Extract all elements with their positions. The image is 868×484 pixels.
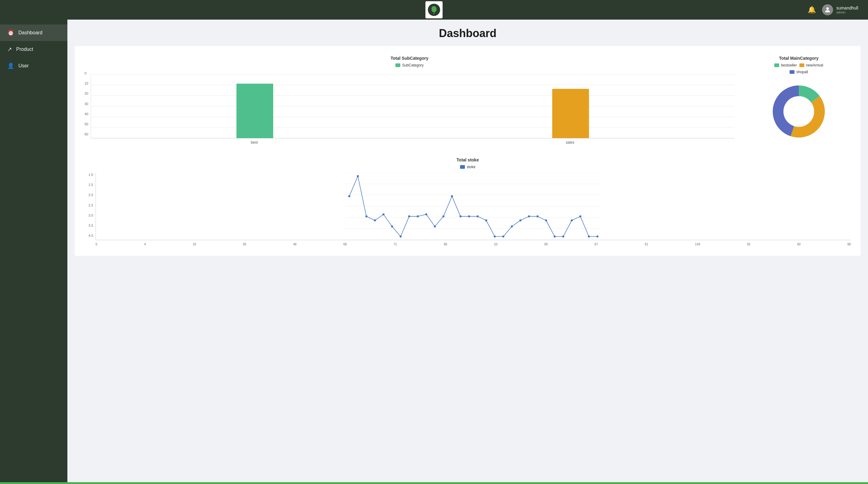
line-dot [348,195,350,197]
donut-center [783,96,814,127]
line-dot [528,215,530,217]
donut-label-newarrival: newArrival [806,63,823,67]
line-dot [554,236,556,238]
clock-icon: ⏰ [7,29,14,36]
line-dot [596,236,598,238]
bar-chart-legend: SubCategory [85,63,735,67]
user-info: sumandhull admin [822,4,858,15]
y-tick-10: 10 [85,82,88,85]
x-labels: best sales [91,139,735,145]
charts-row: Total SubCategory SubCategory 60 50 40 3… [85,56,851,145]
logo [426,1,442,19]
line-svg-wrapper: 0 4 10 05 48 68 71 86 10 09 67 51 [96,173,851,246]
line-chart-section: Total stoke stoke 4.0 3.5 3.0 2.5 2.0 1.… [85,157,851,246]
y-tick-60: 60 [85,133,88,136]
line-y-tick-40: 4.0 [85,234,93,237]
line-y-tick-20: 2.0 [85,193,93,196]
donut-label-shopall: shopall [796,70,808,74]
sidebar: ⏰ Dashboard ↗ Product 👤 User [0,20,67,484]
line-dot [476,215,479,217]
line-legend-label: stoke [467,165,476,169]
sidebar-item-user[interactable]: 👤 User [0,58,67,74]
y-tick-40: 40 [85,113,88,116]
line-dot [562,236,564,238]
line-dot [400,236,402,238]
sidebar-item-dashboard[interactable]: ⏰ Dashboard [0,25,67,41]
header-right: 🔔 sumandhull admin [808,4,858,15]
bar-chart-area: 60 50 40 30 20 10 0 [85,71,735,145]
donut-color-newarrival [799,63,804,67]
line-dot [571,219,573,221]
line-dot [579,215,581,217]
x-label-sales: sales [566,140,574,145]
line-legend-item: stoke [460,165,476,169]
sidebar-label-dashboard: Dashboard [19,30,42,35]
y-tick-20: 20 [85,92,88,95]
donut-chart-title: Total MainCategory [747,56,851,61]
header: 🔔 sumandhull admin [0,0,868,20]
line-dot [382,213,385,215]
logo-icon [428,4,440,16]
sidebar-label-product: Product [16,47,33,52]
y-axis: 60 50 40 30 20 10 0 [85,72,91,136]
line-dot [357,175,359,177]
donut-svg-wrapper [747,78,851,145]
sidebar-item-product[interactable]: ↗ Product [0,41,67,58]
bottom-bar [0,482,868,484]
donut-chart-svg [765,78,833,145]
line-y-tick-15: 1.5 [85,183,93,186]
line-dot [442,215,444,217]
line-legend-color [460,165,465,169]
line-dot [408,215,410,217]
line-y-tick-10: 1.0 [85,173,93,177]
layout: ⏰ Dashboard ↗ Product 👤 User Dashboard T… [0,20,868,484]
line-chart-area: 4.0 3.5 3.0 2.5 2.0 1.5 1.0 [85,173,851,246]
line-dot [426,213,428,215]
bar-legend-color [395,63,400,67]
bar-chart-title: Total SubCategory [85,56,735,61]
bars-area: best sales [91,74,735,145]
bar-best [237,84,273,138]
line-dot [511,225,513,228]
line-dot [459,215,462,217]
bar-legend-label: SubCategory [402,63,424,67]
line-dot [520,219,522,221]
page-title: Dashboard [67,20,868,46]
bar-legend-item: SubCategory [395,63,424,67]
user-role: admin [836,10,858,14]
line-dot [451,195,453,197]
line-chart-legend: stoke [85,165,851,169]
donut-legend-bestseller: bestseller [774,63,797,67]
donut-color-shopall [789,70,795,74]
avatar [822,4,833,15]
line-chart-title: Total stoke [85,157,851,162]
y-tick-0: 0 [85,72,88,75]
donut-legend: bestseller newArrival shopall [747,63,851,74]
line-y-tick-35: 3.5 [85,223,93,227]
bar-sales [552,89,589,138]
y-tick-50: 50 [85,123,88,126]
donut-legend-newarrival: newArrival [799,63,823,67]
person-icon: 👤 [7,62,14,69]
line-dot [434,225,436,228]
avatar-icon [824,6,831,13]
line-chart-svg [96,173,851,240]
line-y-tick-25: 2.5 [85,203,93,207]
line-dot [417,215,419,217]
bars-wrapper [91,74,735,138]
svg-point-4 [826,7,829,10]
bell-icon[interactable]: 🔔 [808,6,816,14]
line-dot [545,219,547,221]
bar-chart-container: Total SubCategory SubCategory 60 50 40 3… [85,56,735,145]
line-dot [391,225,393,228]
trending-up-icon: ↗ [7,46,12,53]
line-dot [494,236,496,238]
line-dot [588,236,590,238]
user-text: sumandhull admin [836,5,858,14]
line-y-axis: 4.0 3.5 3.0 2.5 2.0 1.5 1.0 [85,173,94,237]
x-label-best: best [251,140,258,145]
sidebar-label-user: User [19,63,29,69]
line-dot [468,215,470,217]
main-content: Dashboard Total SubCategory SubCategory [67,20,868,484]
y-tick-30: 30 [85,102,88,106]
